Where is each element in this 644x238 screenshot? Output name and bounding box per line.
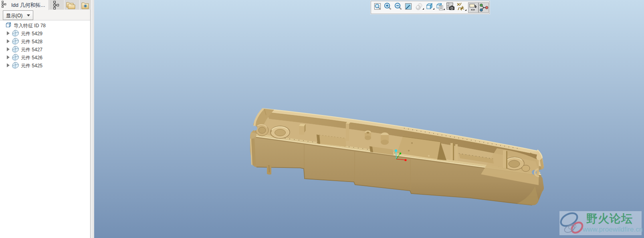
svg-text:✳: ✳	[83, 4, 87, 8]
